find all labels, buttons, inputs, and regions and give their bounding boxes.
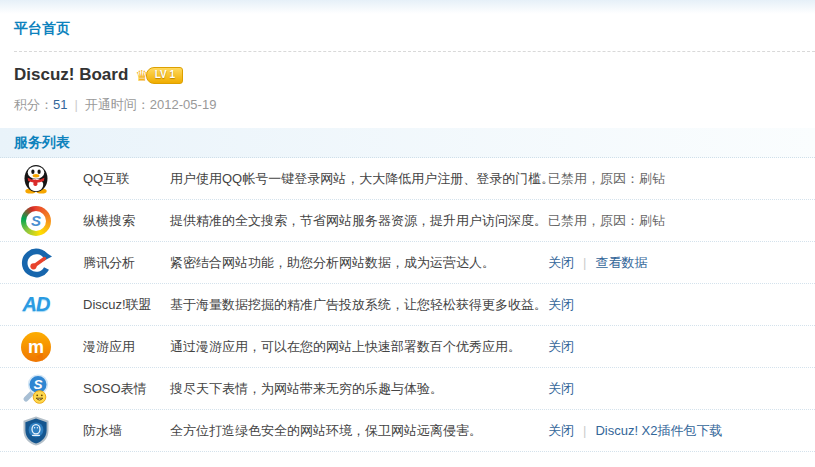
service-status: 关闭 xyxy=(548,296,815,314)
ad-union-icon: AD xyxy=(20,289,52,321)
crown-icon: ♛ xyxy=(135,68,148,83)
link-separator: | xyxy=(583,423,586,438)
manyou-app-icon: m xyxy=(20,331,52,363)
service-row: 腾讯分析 紧密结合网站功能，助您分析网站数据，成为运营达人。 关闭|查看数据 xyxy=(0,242,815,284)
link-separator: | xyxy=(583,255,586,270)
service-name: Discuz!联盟 xyxy=(83,296,170,314)
service-list: QQ互联 用户使用QQ帐号一键登录网站，大大降低用户注册、登录的门槛。 已禁用，… xyxy=(0,158,815,452)
service-description: 紧密结合网站功能，助您分析网站数据，成为运营达人。 xyxy=(170,254,548,272)
service-status: 关闭 xyxy=(548,380,815,398)
site-meta: 积分：51|开通时间：2012-05-19 xyxy=(14,96,801,114)
service-name: 防水墙 xyxy=(83,422,170,440)
service-action-link[interactable]: 关闭 xyxy=(548,423,574,438)
service-name: SOSO表情 xyxy=(83,380,170,398)
service-row: 防水墙 全方位打造绿色安全的网站环境，保卫网站远离侵害。 关闭|Discuz! … xyxy=(0,410,815,452)
service-row: S 纵横搜索 提供精准的全文搜索，节省网站服务器资源，提升用户访问深度。 已禁用… xyxy=(0,200,815,242)
opened-value: 2012-05-19 xyxy=(150,97,217,112)
soso-emoticon-icon: S xyxy=(20,373,52,405)
breadcrumb[interactable]: 平台首页 xyxy=(14,20,70,36)
security-shield-icon xyxy=(20,415,52,447)
service-description: 基于海量数据挖掘的精准广告投放系统，让您轻松获得更多收益。 xyxy=(170,296,548,314)
service-action-link[interactable]: 查看数据 xyxy=(595,255,647,270)
service-action-link[interactable]: 关闭 xyxy=(548,381,574,396)
service-name: 漫游应用 xyxy=(83,338,170,356)
service-action-link[interactable]: 关闭 xyxy=(548,297,574,312)
tencent-analytics-icon xyxy=(20,247,52,279)
service-status-text: 已禁用，原因：刷钻 xyxy=(548,213,665,228)
service-status: 关闭|Discuz! X2插件包下载 xyxy=(548,422,815,440)
service-description: 通过漫游应用，可以在您的网站上快速部署数百个优秀应用。 xyxy=(170,338,548,356)
page-header: 平台首页 xyxy=(0,0,815,51)
section-header-services: 服务列表 xyxy=(0,128,815,158)
service-action-link[interactable]: Discuz! X2插件包下载 xyxy=(595,423,722,438)
service-name: 纵横搜索 xyxy=(83,212,170,230)
service-name: 腾讯分析 xyxy=(83,254,170,272)
site-info: Discuz! Board ♛ LV 1 积分：51|开通时间：2012-05-… xyxy=(0,52,815,128)
manyou-letter-glyph: m xyxy=(21,332,51,362)
svg-text:S: S xyxy=(33,377,42,392)
meta-separator: | xyxy=(74,97,77,112)
site-title: Discuz! Board xyxy=(14,64,128,86)
service-name: QQ互联 xyxy=(83,170,170,188)
platform-home-page: 平台首页 Discuz! Board ♛ LV 1 积分：51|开通时间：201… xyxy=(0,0,815,467)
service-row: S SOSO表情 搜尽天下表情，为网站带来无穷的乐趣与体验。 关闭 xyxy=(0,368,815,410)
service-status: 已禁用，原因：刷钻 xyxy=(548,212,815,230)
service-row: QQ互联 用户使用QQ帐号一键登录网站，大大降低用户注册、登录的门槛。 已禁用，… xyxy=(0,158,815,200)
service-description: 全方位打造绿色安全的网站环境，保卫网站远离侵害。 xyxy=(170,422,548,440)
level-badge: ♛ LV 1 xyxy=(135,67,183,84)
service-description: 搜尽天下表情，为网站带来无穷的乐趣与体验。 xyxy=(170,380,548,398)
service-row: AD Discuz!联盟 基于海量数据挖掘的精准广告投放系统，让您轻松获得更多收… xyxy=(0,284,815,326)
service-status: 已禁用，原因：刷钻 xyxy=(548,170,815,188)
service-action-link[interactable]: 关闭 xyxy=(548,255,574,270)
service-description: 用户使用QQ帐号一键登录网站，大大降低用户注册、登录的门槛。 xyxy=(170,170,548,188)
credits-value: 51 xyxy=(53,97,67,112)
service-row: m 漫游应用 通过漫游应用，可以在您的网站上快速部署数百个优秀应用。 关闭 xyxy=(0,326,815,368)
soso-search-icon: S xyxy=(20,205,52,237)
qq-penguin-icon xyxy=(20,163,52,195)
service-status: 关闭|查看数据 xyxy=(548,254,815,272)
ad-letters-glyph: AD xyxy=(23,293,50,316)
opened-label: 开通时间： xyxy=(85,97,150,112)
search-letter-glyph: S xyxy=(26,211,46,231)
service-description: 提供精准的全文搜索，节省网站服务器资源，提升用户访问深度。 xyxy=(170,212,548,230)
service-status-text: 已禁用，原因：刷钻 xyxy=(548,171,665,186)
credits-label: 积分： xyxy=(14,97,53,112)
site-title-row: Discuz! Board ♛ LV 1 xyxy=(14,64,801,86)
service-status: 关闭 xyxy=(548,338,815,356)
service-action-link[interactable]: 关闭 xyxy=(548,339,574,354)
level-badge-label: LV 1 xyxy=(146,67,183,84)
